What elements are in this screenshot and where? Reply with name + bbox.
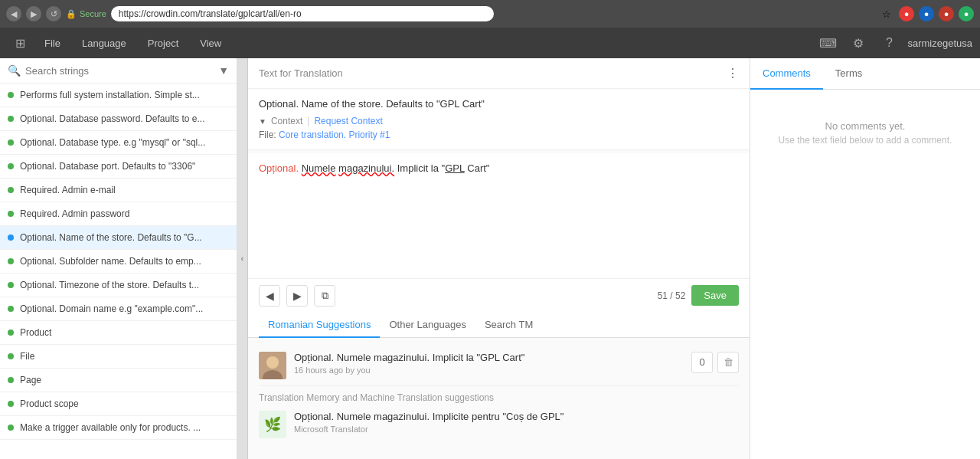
list-item[interactable]: Make a trigger available only for produc… [0,416,237,440]
more-options-button[interactable]: ⋮ [727,66,739,80]
menu-file[interactable]: File [35,33,70,54]
suggestion-text: Opțional. Numele magazinului. Implicit l… [294,352,684,363]
collapse-button[interactable]: ‹ [237,58,248,459]
save-button[interactable]: Save [691,285,739,306]
file-info: File: Core translation. Priority #1 [259,130,739,140]
chevron-right-icon: ▶ [293,290,302,302]
avatar [259,352,286,379]
request-context-link[interactable]: Request Context [314,116,382,126]
source-text-section: Optional. Name of the store. Defaults to… [248,89,750,150]
status-dot [8,306,14,312]
status-dot [8,92,14,98]
extension-icon-2[interactable]: ● [919,6,934,21]
grid-icon: ⊞ [15,36,25,51]
ro-word-optional: Opțional. [259,162,299,174]
tab-romanian-suggestions[interactable]: Romanian Suggestions [259,313,380,338]
translation-edit-area[interactable]: Opțional. Numele magazinului. Implicit l… [248,153,750,278]
translation-header-title: Text for Translation [259,67,720,79]
list-item-text: Optional. Database type. e.g "mysql" or … [20,137,229,148]
filter-icon[interactable]: ▼ [218,64,229,77]
translation-header: Text for Translation ⋮ [248,58,750,89]
suggestions-body: Opțional. Numele magazinului. Implicit l… [248,338,750,460]
no-comments-message: No comments yet. Use the text field belo… [779,120,952,146]
keyboard-icon[interactable]: ⌨ [815,31,840,55]
sidebar: 🔍 ▼ Performs full system installation. S… [0,58,237,459]
list-item[interactable]: Optional. Domain name e.g "example.com".… [0,297,237,321]
prev-button[interactable]: ◀ [259,285,280,307]
list-item-text: Optional. Name of the store. Defaults to… [20,232,229,243]
list-item[interactable]: Optional. Subfolder name. Defaults to em… [0,250,237,274]
delete-suggestion-button[interactable]: 🗑 [717,352,739,373]
file-link[interactable]: Core translation. Priority #1 [279,130,390,140]
app-bar: ⊞ File Language Project View ⌨ ⚙ ? sarmi… [0,28,980,58]
microsoft-translator-icon: 🌿 [259,411,286,438]
status-dot [8,163,14,169]
list-item[interactable]: Product scope [0,392,237,416]
extension-icon-3[interactable]: ● [939,6,954,21]
browser-bar: ◀ ▶ ↺ 🔒 Secure https://crowdin.com/trans… [0,0,980,28]
list-item[interactable]: Required. Admin e-mail [0,179,237,202]
list-item[interactable]: Optional. Name of the store. Defaults to… [0,226,237,250]
extension-icon-1[interactable]: ● [899,6,914,21]
list-item[interactable]: File [0,345,237,369]
status-dot [8,377,14,383]
tab-terms[interactable]: Terms [823,58,874,90]
tm-text: Opțional. Numele magazinului. Implicite … [294,411,739,422]
copy-icon: ⧉ [322,290,328,302]
extension-icon-4[interactable]: ● [959,6,974,21]
copy-source-button[interactable]: ⧉ [314,285,335,307]
menu-language[interactable]: Language [73,33,136,54]
search-input[interactable] [25,65,214,77]
list-item[interactable]: Optional. Database type. e.g "mysql" or … [0,131,237,155]
context-label[interactable]: Context [271,116,302,126]
progress-counter: 51 / 52 [658,290,686,301]
list-item[interactable]: Page [0,369,237,392]
translation-footer: ◀ ▶ ⧉ 51 / 52 Save [248,278,750,313]
right-panel-tabs: Comments Terms [750,58,980,90]
help-icon[interactable]: ? [877,31,901,55]
romanian-translation-text[interactable]: Opțional. Numele magazinului. Implicit l… [259,162,739,174]
tm-source: Microsoft Translator [294,425,739,434]
menu-project[interactable]: Project [139,33,188,54]
tm-item: 🌿 Opțional. Numele magazinului. Implicit… [259,406,739,443]
list-item-text: Product [20,327,229,338]
chevron-left-icon: ‹ [241,254,243,263]
list-item[interactable]: Optional. Database password. Defaults to… [0,107,237,131]
list-item-text: Optional. Subfolder name. Defaults to em… [20,256,229,267]
right-panel-body: No comments yet. Use the text field belo… [750,90,980,459]
list-item[interactable]: Required. Admin password [0,202,237,226]
tab-comments[interactable]: Comments [750,58,823,90]
list-item-text: File [20,351,229,362]
right-panel: Comments Terms No comments yet. Use the … [750,58,980,459]
bookmark-icon[interactable]: ☆ [879,6,894,21]
tab-search-tm[interactable]: Search TM [475,313,542,338]
list-item[interactable]: Optional. Database port. Defaults to "33… [0,155,237,179]
suggestion-item: Opțional. Numele magazinului. Implicit l… [259,346,739,386]
app-bar-right: ⌨ ⚙ ? sarmizegetusa [815,31,972,55]
list-item[interactable]: Optional. Timezone of the store. Default… [0,274,237,297]
context-arrow-icon: ▼ [259,117,266,126]
url-bar[interactable]: https://crowdin.com/translate/gplcart/al… [111,6,494,21]
forward-button[interactable]: ▶ [26,6,41,21]
list-item-text: Product scope [20,398,229,409]
ro-word-magazinului: magazinului. [338,162,394,174]
chevron-left-icon: ◀ [266,290,274,302]
tab-other-languages[interactable]: Other Languages [380,313,475,338]
suggestion-content: Opțional. Numele magazinului. Implicit l… [294,352,684,375]
refresh-button[interactable]: ↺ [46,6,61,21]
settings-icon[interactable]: ⚙ [846,31,871,55]
status-dot [8,258,14,264]
menu-view[interactable]: View [191,33,230,54]
list-item-text: Required. Admin password [20,208,229,219]
search-icon: 🔍 [8,64,21,77]
list-item[interactable]: Performs full system installation. Simpl… [0,84,237,107]
grid-menu-button[interactable]: ⊞ [8,31,32,55]
back-button[interactable]: ◀ [6,6,21,21]
suggestion-meta: 16 hours ago by you [294,366,684,375]
source-text: Optional. Name of the store. Defaults to… [259,98,739,110]
suggestions-tabs: Romanian Suggestions Other Languages Sea… [248,313,750,338]
list-item-text: Make a trigger available only for produc… [20,422,229,433]
list-item[interactable]: Product [0,321,237,345]
next-button[interactable]: ▶ [286,285,308,307]
tm-content[interactable]: Opțional. Numele magazinului. Implicite … [294,411,739,434]
